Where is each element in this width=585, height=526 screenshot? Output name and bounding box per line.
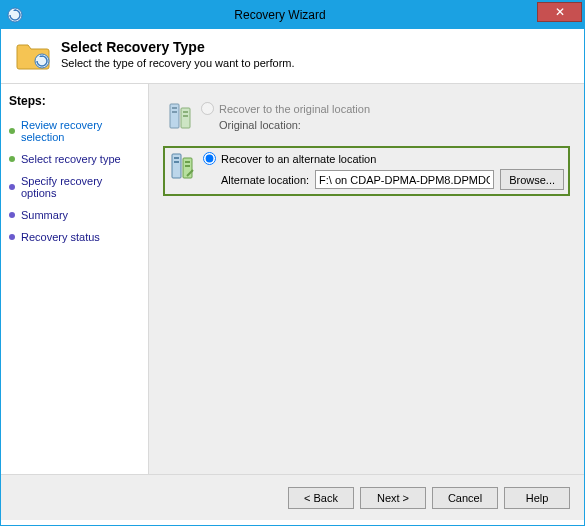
folder-recovery-icon [15, 41, 51, 71]
step-bullet-done-icon [9, 128, 15, 134]
steps-sidebar: Steps: Review recovery selection Select … [1, 84, 149, 474]
main-panel: Recover to the original location Origina… [149, 84, 584, 474]
step-summary[interactable]: Summary [7, 206, 142, 224]
server-icon [167, 102, 195, 132]
step-bullet-pending-icon [9, 212, 15, 218]
step-specify-recovery-options[interactable]: Specify recovery options [7, 172, 142, 202]
svg-rect-3 [172, 107, 177, 109]
step-bullet-pending-icon [9, 234, 15, 240]
svg-rect-6 [183, 111, 188, 113]
step-bullet-active-icon [9, 156, 15, 162]
step-label: Select recovery type [21, 153, 121, 165]
svg-rect-7 [183, 115, 188, 117]
page-subtitle: Select the type of recovery you want to … [61, 57, 295, 69]
next-button[interactable]: Next > [360, 487, 426, 509]
cancel-button[interactable]: Cancel [432, 487, 498, 509]
step-label: Summary [21, 209, 68, 221]
recover-alternate-radio[interactable] [203, 152, 216, 165]
server-alt-icon [169, 152, 197, 182]
original-location-label: Original location: [219, 119, 301, 131]
recover-alternate-label: Recover to an alternate location [221, 153, 376, 165]
step-label: Specify recovery options [21, 175, 140, 199]
alternate-location-label: Alternate location: [221, 174, 309, 186]
step-label: Recovery status [21, 231, 100, 243]
alternate-location-input[interactable] [315, 170, 494, 189]
step-select-recovery-type[interactable]: Select recovery type [7, 150, 142, 168]
recover-alternate-option: Recover to an alternate location Alterna… [163, 146, 570, 196]
steps-title: Steps: [7, 94, 142, 108]
browse-button[interactable]: Browse... [500, 169, 564, 190]
close-icon: ✕ [555, 5, 565, 19]
step-bullet-pending-icon [9, 184, 15, 190]
svg-rect-4 [172, 111, 177, 113]
window-title: Recovery Wizard [23, 8, 537, 22]
help-button[interactable]: Help [504, 487, 570, 509]
svg-rect-13 [185, 165, 190, 167]
page-title: Select Recovery Type [61, 39, 295, 55]
app-icon [7, 7, 23, 23]
step-review-recovery-selection[interactable]: Review recovery selection [7, 116, 142, 146]
close-button[interactable]: ✕ [537, 2, 582, 22]
recover-original-label: Recover to the original location [219, 103, 370, 115]
svg-rect-12 [185, 161, 190, 163]
recover-original-option: Recover to the original location Origina… [163, 98, 570, 136]
step-label: Review recovery selection [21, 119, 140, 143]
recover-original-radio [201, 102, 214, 115]
step-recovery-status[interactable]: Recovery status [7, 228, 142, 246]
back-button[interactable]: < Back [288, 487, 354, 509]
titlebar: Recovery Wizard ✕ [1, 1, 584, 29]
wizard-header: Select Recovery Type Select the type of … [1, 29, 584, 84]
svg-rect-9 [174, 157, 179, 159]
svg-rect-10 [174, 161, 179, 163]
wizard-footer: < Back Next > Cancel Help [1, 474, 584, 520]
